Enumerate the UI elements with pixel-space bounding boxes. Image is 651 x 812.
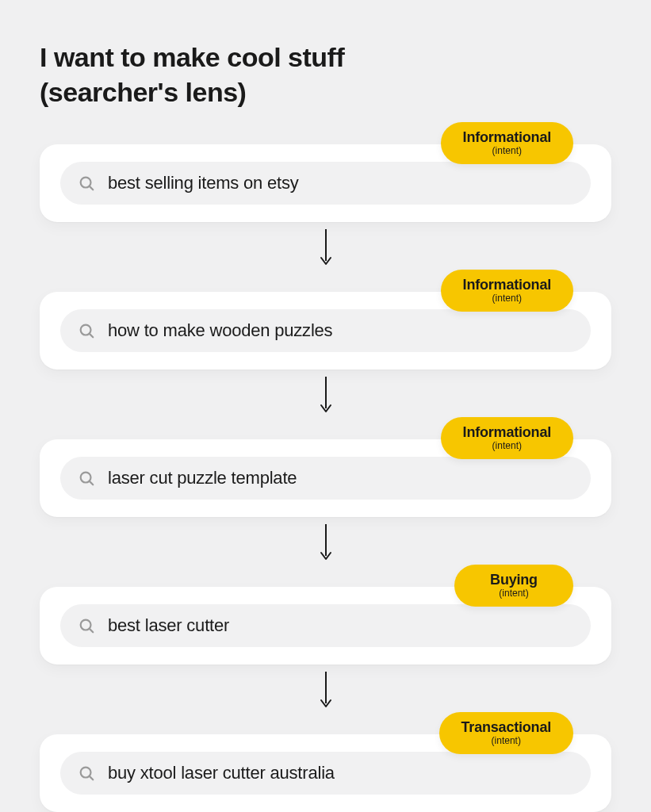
arrow-down-icon <box>319 668 333 710</box>
search-icon <box>78 322 95 339</box>
search-icon <box>78 617 95 634</box>
search-card: Transactional (intent) buy xtool laser c… <box>40 734 611 812</box>
search-card: Informational (intent) how to make woode… <box>40 292 611 370</box>
search-card: Buying (intent) best laser cutter <box>40 587 611 665</box>
intent-label: Buying <box>477 572 551 588</box>
search-icon <box>78 174 95 192</box>
intent-sublabel: (intent) <box>463 145 551 156</box>
arrow-down-icon <box>319 520 333 563</box>
search-query: best laser cutter <box>108 615 229 636</box>
intent-badge: Buying (intent) <box>454 565 573 607</box>
search-bar: laser cut puzzle template <box>60 457 591 500</box>
search-card: Informational (intent) best selling item… <box>40 144 611 222</box>
svg-line-1 <box>90 186 93 190</box>
search-bar: best laser cutter <box>60 604 591 647</box>
intent-sublabel: (intent) <box>463 293 551 304</box>
search-query: best selling items on etsy <box>108 173 299 193</box>
search-card: Informational (intent) laser cut puzzle … <box>40 439 611 517</box>
intent-badge: Informational (intent) <box>441 270 573 312</box>
search-journey-flow: Informational (intent) best selling item… <box>40 144 611 812</box>
search-query: laser cut puzzle template <box>108 468 297 488</box>
intent-label: Informational <box>463 424 551 441</box>
intent-sublabel: (intent) <box>477 588 551 599</box>
intent-label: Transactional <box>461 719 551 736</box>
intent-badge: Transactional (intent) <box>439 712 573 754</box>
svg-line-4 <box>90 334 93 337</box>
page-title: I want to make cool stuff (searcher's le… <box>40 40 611 109</box>
intent-label: Informational <box>463 277 551 293</box>
svg-line-13 <box>90 776 93 779</box>
search-bar: buy xtool laser cutter australia <box>60 752 591 795</box>
intent-badge: Informational (intent) <box>441 417 573 459</box>
search-query: how to make wooden puzzles <box>108 320 332 341</box>
intent-label: Informational <box>463 129 551 146</box>
svg-line-10 <box>90 629 93 632</box>
search-icon <box>78 469 95 487</box>
intent-sublabel: (intent) <box>461 735 551 746</box>
search-bar: best selling items on etsy <box>60 162 591 205</box>
search-query: buy xtool laser cutter australia <box>108 763 335 783</box>
search-icon <box>78 764 95 782</box>
title-line-1: I want to make cool stuff <box>40 42 344 72</box>
intent-sublabel: (intent) <box>463 440 551 451</box>
title-line-2: (searcher's lens) <box>40 77 246 107</box>
arrow-down-icon <box>319 373 333 416</box>
svg-line-7 <box>90 481 93 485</box>
intent-badge: Informational (intent) <box>441 122 573 164</box>
search-bar: how to make wooden puzzles <box>60 309 591 352</box>
arrow-down-icon <box>319 225 333 268</box>
